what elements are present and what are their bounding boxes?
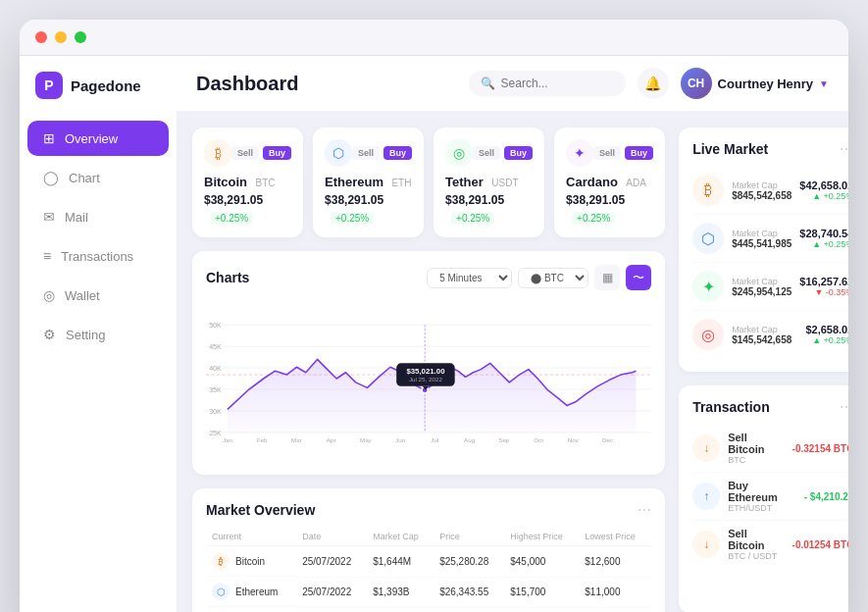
transaction-items: ↓ Sell Bitcoin BTC -0.32154 BTC ↑ Buy Et… bbox=[692, 425, 848, 568]
coin-select[interactable]: ⬤ BTC ⬤ ETH bbox=[518, 268, 588, 288]
lm-label: Market Cap bbox=[732, 180, 791, 190]
sell-button[interactable]: Sell bbox=[352, 146, 380, 160]
chart-icon: ◯ bbox=[43, 170, 59, 185]
lowest-cell: $12,600 bbox=[579, 546, 651, 578]
live-market-item: ✦ Market Cap $245,954,125 $16,257.62 ▼ -… bbox=[692, 263, 848, 311]
lm-change: ▲ +0.25% bbox=[799, 239, 848, 249]
coin-ticker: ADA bbox=[626, 178, 646, 188]
card-buttons: Sell Buy bbox=[231, 146, 291, 160]
header-right: 🔍 🔔 CH Courtney Henry ▼ bbox=[469, 68, 829, 99]
svg-text:Mar: Mar bbox=[291, 436, 302, 443]
header: Dashboard 🔍 🔔 CH Courtney Henry ▼ bbox=[177, 56, 848, 112]
app-body: P Pagedone ⊞ Overview ◯ Chart ✉ Mail ≡ T… bbox=[20, 56, 848, 612]
lm-change: ▲ +0.25% bbox=[805, 335, 848, 345]
chart-section: Charts 5 Minutes 15 Minutes 1 Hour ⬤ BTC… bbox=[192, 251, 665, 475]
svg-text:Dec: Dec bbox=[602, 436, 613, 443]
tx-info: Buy Ethereum ETH/USDT bbox=[728, 480, 796, 513]
svg-text:Oct: Oct bbox=[534, 436, 543, 443]
coin-ticker: USDT bbox=[491, 178, 518, 188]
bar-chart-button[interactable]: ▦ bbox=[594, 265, 620, 290]
highest-cell: $15,700 bbox=[504, 577, 579, 607]
chart-title: Charts bbox=[206, 270, 249, 285]
lm-right: $16,257.62 ▼ -0.35% bbox=[799, 276, 848, 297]
coin-name: Bitcoin bbox=[235, 556, 265, 567]
sell-button[interactable]: Sell bbox=[473, 146, 500, 160]
svg-text:$35,021.00: $35,021.00 bbox=[406, 367, 445, 376]
chart-wrap: 50K 45K 40K 35K 30K 25K bbox=[206, 300, 651, 461]
svg-text:40K: 40K bbox=[209, 365, 222, 372]
sidebar-item-wallet[interactable]: ◎ Wallet bbox=[27, 278, 169, 313]
lm-change: ▼ -0.35% bbox=[799, 287, 848, 297]
coin-icon-sm: ⬡ bbox=[212, 583, 230, 600]
coin-ticker: BTC bbox=[256, 178, 276, 188]
notification-bell[interactable]: 🔔 bbox=[638, 68, 669, 99]
date-cell: 25/07/2022 bbox=[296, 607, 367, 612]
col-date: Date bbox=[296, 528, 367, 546]
live-market-item: ⬡ Market Cap $445,541,985 $28,740.54 ▲ +… bbox=[692, 215, 848, 263]
user-info: CH Courtney Henry ▼ bbox=[681, 68, 829, 99]
search-box: 🔍 bbox=[469, 71, 626, 96]
buy-button[interactable]: Buy bbox=[625, 146, 653, 160]
wallet-icon: ◎ bbox=[43, 287, 55, 303]
svg-text:35K: 35K bbox=[209, 386, 222, 393]
transaction-more[interactable]: ⋯ bbox=[840, 399, 848, 415]
crypto-card-usdt: ◎ Sell Buy Tether USDT $38,291.05 +0.25% bbox=[434, 128, 544, 237]
coin-price: $38,291.05 bbox=[566, 193, 625, 207]
sidebar-item-label: Wallet bbox=[65, 288, 100, 303]
price-cell: $26,343.55 bbox=[434, 577, 504, 607]
card-buttons: Sell Buy bbox=[473, 146, 533, 160]
svg-text:Jul: Jul bbox=[431, 436, 438, 443]
sell-button[interactable]: Sell bbox=[231, 146, 259, 160]
tx-sub: ETH/USDT bbox=[728, 503, 796, 513]
search-input[interactable] bbox=[501, 76, 614, 90]
market-overview-title: Market Overview bbox=[206, 502, 315, 518]
live-market-more[interactable]: ⋯ bbox=[840, 141, 848, 157]
crypto-card-btc: ₿ Sell Buy Bitcoin BTC $38,291.05 +0.25% bbox=[192, 128, 303, 237]
card-buttons: Sell Buy bbox=[593, 146, 653, 160]
card-buttons: Sell Buy bbox=[352, 146, 412, 160]
svg-text:Jan: Jan bbox=[223, 436, 233, 443]
table-row: ⬡ Ethereum 25/07/2022 $1,393B $26,343.55… bbox=[206, 577, 651, 607]
lm-price: $42,658.02 bbox=[799, 179, 848, 191]
sell-button[interactable]: Sell bbox=[593, 146, 621, 160]
svg-text:Apr: Apr bbox=[327, 436, 336, 443]
transaction-section: Transaction ⋯ ↓ Sell Bitcoin BTC -0.3215… bbox=[679, 385, 848, 612]
time-select[interactable]: 5 Minutes 15 Minutes 1 Hour bbox=[427, 268, 512, 288]
live-market-item: ◎ Market Cap $145,542,658 $2,658.02 ▲ +0… bbox=[692, 311, 848, 358]
highest-cell: $22,200 bbox=[504, 607, 579, 612]
live-market-title: Live Market bbox=[692, 141, 768, 157]
close-dot[interactable] bbox=[35, 31, 47, 43]
transactions-icon: ≡ bbox=[43, 248, 51, 264]
chevron-down-icon[interactable]: ▼ bbox=[819, 78, 829, 89]
sidebar-item-setting[interactable]: ⚙ Setting bbox=[27, 317, 169, 352]
svg-text:Jul 25, 2022: Jul 25, 2022 bbox=[409, 376, 443, 382]
tx-name: Sell Bitcoin bbox=[728, 432, 784, 455]
more-options-icon[interactable]: ⋯ bbox=[638, 502, 651, 518]
transaction-item: ↑ Buy Ethereum ETH/USDT - $4,210.21 bbox=[692, 473, 848, 521]
buy-button[interactable]: Buy bbox=[383, 146, 412, 160]
transaction-title: Transaction bbox=[692, 399, 770, 415]
buy-button[interactable]: Buy bbox=[504, 146, 533, 160]
sidebar-item-overview[interactable]: ⊞ Overview bbox=[27, 121, 169, 156]
sidebar-item-chart[interactable]: ◯ Chart bbox=[27, 160, 169, 195]
buy-button[interactable]: Buy bbox=[263, 146, 291, 160]
maximize-dot[interactable] bbox=[75, 31, 86, 43]
market-overview-header: Market Overview ⋯ bbox=[206, 502, 651, 518]
transaction-item: ↓ Sell Bitcoin BTC / USDT -0.01254 BTC bbox=[692, 521, 848, 568]
coin-price: $38,291.05 bbox=[325, 193, 383, 207]
sidebar-item-mail[interactable]: ✉ Mail bbox=[27, 199, 169, 234]
coin-name: Bitcoin bbox=[204, 175, 247, 189]
price-chart: 50K 45K 40K 35K 30K 25K bbox=[206, 300, 651, 457]
coin-name: Tether bbox=[445, 175, 484, 189]
minimize-dot[interactable] bbox=[55, 31, 67, 43]
highest-cell: $45,000 bbox=[504, 546, 579, 578]
live-market-item: ₿ Market Cap $845,542,658 $42,658.02 ▲ +… bbox=[692, 167, 848, 215]
transaction-header: Transaction ⋯ bbox=[692, 399, 848, 415]
line-chart-button[interactable]: 〜 bbox=[626, 265, 651, 290]
svg-text:Nov: Nov bbox=[568, 436, 580, 443]
main-area: Dashboard 🔍 🔔 CH Courtney Henry ▼ bbox=[177, 56, 848, 612]
coin-change: +0.25% bbox=[572, 212, 615, 225]
lm-right: $42,658.02 ▲ +0.25% bbox=[799, 179, 848, 201]
svg-text:Feb: Feb bbox=[257, 436, 268, 443]
sidebar-item-transactions[interactable]: ≡ Transactions bbox=[27, 238, 169, 274]
